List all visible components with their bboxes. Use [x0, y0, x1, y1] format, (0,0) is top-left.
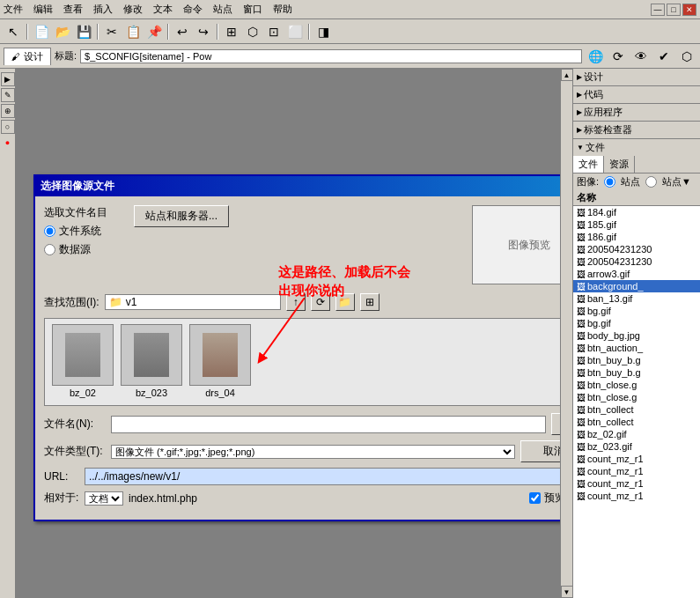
radio-datasource-input[interactable]	[44, 244, 55, 255]
left-tool-1[interactable]: ▶	[1, 72, 15, 86]
thumb-bz02[interactable]: bz_02	[48, 321, 117, 402]
filetype-select[interactable]: 图像文件 (*.gif;*.jpg;*.jpeg;*.png)	[111, 445, 515, 459]
list-item[interactable]: 🖼bz_023.gif	[573, 440, 700, 453]
list-item[interactable]: 🖼btn_close.g	[573, 391, 700, 403]
filename-input[interactable]	[111, 416, 546, 433]
dialog-titlebar: 选择图像源文件 ? ✕	[35, 176, 560, 196]
toolbar-btn8[interactable]: ⬜	[285, 22, 305, 41]
view-btn[interactable]: 👁	[631, 47, 651, 66]
toolbar-btn6[interactable]: ⬡	[243, 22, 262, 41]
toolbar-undo[interactable]: ↩	[173, 22, 192, 41]
menu-item-modify[interactable]: 修改	[123, 3, 143, 16]
toolbar-btn9[interactable]: ◨	[313, 22, 333, 41]
toolbar-btn7[interactable]: ⊡	[264, 22, 284, 41]
menu-item-help[interactable]: 帮助	[273, 3, 292, 16]
toolbar-new[interactable]: 📄	[32, 22, 51, 41]
toolbar-open[interactable]: 📂	[53, 22, 72, 41]
validate-btn[interactable]: ✔	[654, 47, 674, 66]
list-item[interactable]: 🖼count_mz_r1	[573, 465, 700, 477]
list-item[interactable]: 🖼btn_buy_b.g	[573, 354, 700, 366]
menu-item-text[interactable]: 文本	[153, 3, 173, 16]
thumb-bz023[interactable]: bz_023	[117, 321, 186, 402]
server-btn[interactable]: 站点和服务器...	[134, 205, 229, 227]
section-design-header[interactable]: ▶ 设计	[573, 69, 700, 85]
left-tool-4[interactable]: ○	[1, 120, 15, 134]
list-item[interactable]: 🖼bg.gif	[573, 317, 700, 329]
preview-checkbox-label[interactable]: 预览图像	[529, 491, 560, 506]
menu-item-insert[interactable]: 插入	[93, 3, 113, 16]
menu-item-edit[interactable]: 编辑	[33, 3, 53, 16]
preview-checkbox[interactable]	[529, 492, 541, 504]
tab-design[interactable]: 🖌 设计	[4, 48, 51, 65]
menu-item-window[interactable]: 窗口	[243, 3, 262, 16]
minimize-btn[interactable]: —	[651, 4, 665, 16]
list-item[interactable]: 🖼btn_buy_b.g	[573, 366, 700, 379]
section-app-header[interactable]: ▶ 应用程序	[573, 104, 700, 121]
toolbar-paste[interactable]: 📌	[144, 22, 164, 41]
cancel-btn[interactable]: 取消	[520, 440, 560, 462]
url-input[interactable]	[85, 468, 560, 485]
maximize-btn[interactable]: □	[667, 4, 681, 16]
toolbar-save[interactable]: 💾	[74, 22, 93, 41]
tab-files[interactable]: 文件	[573, 156, 604, 173]
section-code-header[interactable]: ▶ 代码	[573, 86, 700, 103]
list-item[interactable]: 🖼btn_close.g	[573, 379, 700, 391]
menu-item-file[interactable]: 文件	[4, 3, 23, 16]
scroll-down-btn[interactable]: ▼	[561, 586, 573, 598]
site-dropdown[interactable]: 站点▼	[662, 175, 691, 188]
list-item[interactable]: 🖼bg.gif	[573, 305, 700, 317]
list-item[interactable]: 🖼background_	[573, 280, 700, 292]
radio-filesystem-input[interactable]	[44, 225, 55, 237]
thumb-drs04[interactable]: drs_04	[186, 321, 254, 402]
list-item[interactable]: 🖼bz_02.gif	[573, 428, 700, 440]
list-item[interactable]: 🖼count_mz_r1	[573, 490, 700, 502]
radio-image[interactable]	[604, 176, 615, 188]
radio-filesystem[interactable]: 文件系统	[44, 224, 107, 239]
left-tool-3[interactable]: ⊕	[1, 104, 15, 118]
list-item[interactable]: 🖼185.gif	[573, 218, 700, 231]
ok-btn[interactable]: 确	[551, 413, 560, 435]
radio-site[interactable]	[645, 176, 657, 188]
toolbar-arrow[interactable]: ↖	[4, 22, 23, 41]
section-files-header[interactable]: ▼ 文件	[573, 139, 700, 156]
left-tool-2[interactable]: ✎	[1, 88, 15, 102]
list-item[interactable]: 🖼200504231230	[573, 243, 700, 255]
title-input[interactable]	[80, 49, 582, 63]
file-icon: 🖼	[577, 454, 586, 464]
list-item[interactable]: 🖼184.gif	[573, 206, 700, 218]
list-item[interactable]: 🖼186.gif	[573, 231, 700, 243]
scroll-track[interactable]	[561, 81, 573, 586]
file-list[interactable]: 🖼184.gif 🖼185.gif 🖼186.gif 🖼200504231230…	[573, 206, 700, 598]
refresh-btn[interactable]: ⟳	[608, 47, 628, 66]
close-btn[interactable]: ✕	[682, 4, 696, 16]
debug-btn[interactable]: ⬡	[677, 47, 696, 66]
browse-btn[interactable]: 🌐	[586, 47, 605, 66]
tab-resources[interactable]: 资源	[604, 156, 635, 173]
view-toggle-btn[interactable]: ⊞	[360, 293, 379, 311]
list-item[interactable]: 🖼arrow3.gif	[573, 268, 700, 280]
list-item[interactable]: 🖼btn_auction_	[573, 342, 700, 354]
toolbar-cut[interactable]: ✂	[102, 22, 122, 41]
list-item[interactable]: 🖼body_bg.jpg	[573, 329, 700, 342]
toolbar-redo[interactable]: ↪	[194, 22, 213, 41]
menu-item-commands[interactable]: 命令	[183, 3, 203, 16]
vertical-scrollbar[interactable]: ▲ ▼	[560, 69, 572, 598]
new-folder-btn[interactable]: 📁	[335, 293, 355, 311]
menu-item-view[interactable]: 查看	[63, 3, 83, 16]
toolbar-copy[interactable]: 📋	[123, 22, 143, 41]
scroll-up-btn[interactable]: ▲	[561, 69, 573, 81]
list-item[interactable]: 🖼count_mz_r1	[573, 477, 700, 490]
refresh-folder-btn[interactable]: ⟳	[311, 293, 330, 311]
list-item[interactable]: 🖼btn_collect	[573, 403, 700, 416]
toolbar-btn5[interactable]: ⊞	[222, 22, 241, 41]
relative-select[interactable]: 文档	[85, 491, 123, 506]
list-item[interactable]: 🖼ban_13.gif	[573, 292, 700, 305]
radio-datasource[interactable]: 数据源	[44, 242, 107, 257]
go-up-btn[interactable]: ↑	[286, 293, 306, 311]
list-item[interactable]: 🖼count_mz_r1	[573, 453, 700, 465]
list-item[interactable]: 🖼btn_collect	[573, 416, 700, 428]
list-item[interactable]: 🖼200504231230	[573, 255, 700, 268]
section-tag-header[interactable]: ▶ 标签检查器	[573, 122, 700, 138]
left-tool-5[interactable]: ●	[1, 136, 15, 150]
menu-item-site[interactable]: 站点	[213, 3, 232, 16]
